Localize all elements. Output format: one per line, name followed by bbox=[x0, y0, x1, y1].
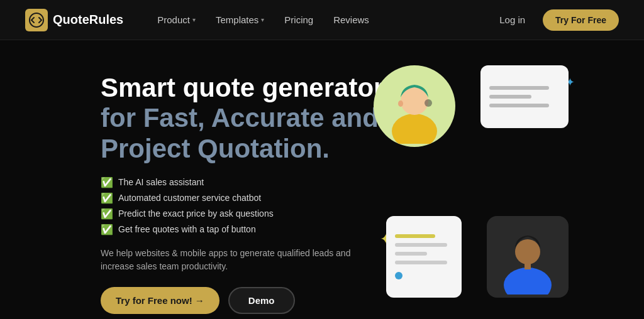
chevron-down-icon: ▾ bbox=[192, 16, 196, 23]
document-illustration bbox=[386, 216, 462, 298]
nav-pricing[interactable]: Pricing bbox=[275, 9, 322, 30]
svg-point-4 bbox=[425, 99, 432, 107]
svg-point-6 bbox=[515, 239, 540, 264]
svg-point-3 bbox=[398, 100, 403, 107]
nav-right: Log in Try For Free bbox=[492, 9, 619, 31]
hero-section: Smart quote generator tool for Fast, Acc… bbox=[0, 40, 644, 319]
logo-icon bbox=[25, 9, 48, 31]
try-for-free-hero-button[interactable]: Try for Free now! → bbox=[101, 287, 219, 314]
chat-bubble-illustration bbox=[480, 65, 569, 128]
navigation: QuoteRules Product ▾ Templates ▾ Pricing… bbox=[0, 0, 644, 40]
login-button[interactable]: Log in bbox=[492, 9, 533, 30]
nav-templates[interactable]: Templates ▾ bbox=[207, 9, 273, 30]
check-icon-3: ✅ bbox=[101, 208, 113, 220]
chat-line-1 bbox=[489, 86, 549, 90]
svg-point-5 bbox=[504, 268, 552, 295]
doc-line-1 bbox=[395, 243, 447, 247]
nav-links: Product ▾ Templates ▾ Pricing Reviews bbox=[148, 9, 492, 30]
chevron-down-icon: ▾ bbox=[261, 16, 264, 23]
doc-line-3 bbox=[395, 261, 447, 264]
brand-name: QuoteRules bbox=[53, 13, 123, 27]
svg-rect-7 bbox=[525, 262, 531, 269]
chat-line-3 bbox=[489, 104, 549, 107]
doc-line-2 bbox=[395, 252, 427, 256]
person-svg-2 bbox=[493, 219, 562, 295]
demo-button[interactable]: Demo bbox=[228, 287, 295, 314]
nav-reviews[interactable]: Reviews bbox=[325, 9, 378, 30]
person-illustration-2 bbox=[487, 216, 569, 298]
svg-point-1 bbox=[392, 114, 437, 144]
hero-illustration: ✦ ✦ bbox=[367, 59, 606, 310]
person-svg-1 bbox=[380, 68, 449, 144]
chat-line-2 bbox=[489, 95, 531, 99]
try-for-free-nav-button[interactable]: Try For Free bbox=[543, 9, 619, 31]
check-icon-2: ✅ bbox=[101, 192, 113, 204]
doc-dot bbox=[395, 272, 402, 279]
logo[interactable]: QuoteRules bbox=[25, 9, 123, 31]
hero-description: We help websites & mobile apps to genera… bbox=[101, 247, 365, 273]
svg-rect-0 bbox=[25, 9, 48, 31]
person-illustration-1 bbox=[374, 65, 455, 147]
check-icon-1: ✅ bbox=[101, 176, 113, 188]
doc-line-yellow bbox=[395, 234, 435, 238]
nav-product[interactable]: Product ▾ bbox=[148, 9, 204, 30]
check-icon-4: ✅ bbox=[101, 224, 113, 235]
